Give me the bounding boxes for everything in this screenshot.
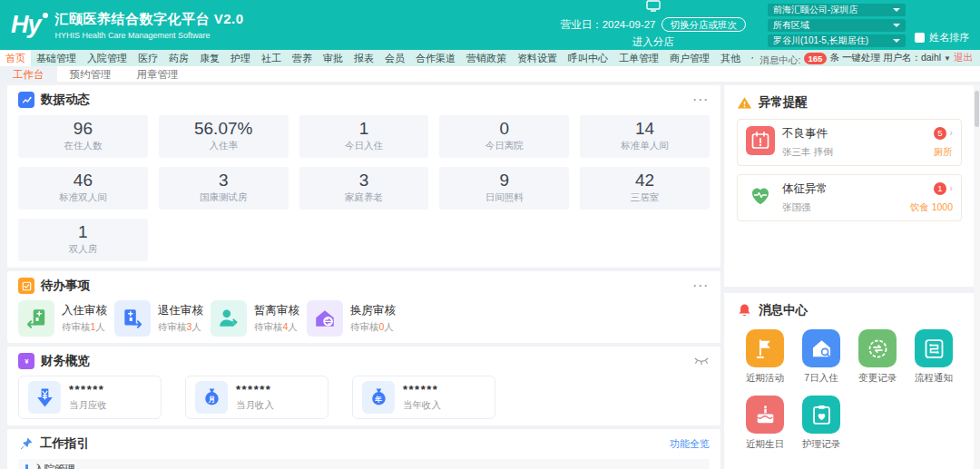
sync-icon (858, 329, 897, 367)
nav-item[interactable]: 商户管理 (664, 50, 715, 66)
subnav-item[interactable]: 用章管理 (124, 66, 191, 82)
stat-card[interactable]: 3国康测试房 (159, 167, 289, 210)
data-stats-more-button[interactable]: ··· (693, 95, 710, 104)
quick-handle-link[interactable]: 一键处理 (842, 52, 880, 64)
todo-item[interactable]: 换房审核待审核0人 (307, 300, 403, 337)
message-shortcut[interactable]: 流程通知 (906, 329, 962, 385)
chevron-down-icon (893, 24, 900, 27)
name-sort-checkbox[interactable] (915, 33, 925, 43)
subnav-item[interactable]: 工作台 (0, 66, 57, 82)
nav-item[interactable]: 药房 (163, 50, 194, 66)
stat-card[interactable]: 3家庭养老 (299, 167, 429, 210)
feature-overview-link[interactable]: 功能全览 (670, 437, 710, 451)
alert-tag: 厕所 (934, 146, 953, 159)
stat-card[interactable]: 14标准单人间 (580, 115, 710, 158)
message-shortcut-label: 7日入住 (793, 372, 849, 385)
stat-card[interactable]: 1双人房 (18, 219, 148, 261)
right-scrollbar[interactable] (974, 85, 980, 469)
todo-item[interactable]: 退住审核待审核3人 (114, 300, 211, 337)
stat-card[interactable]: 46标准双人间 (18, 167, 148, 210)
nav-item[interactable]: 医疗 (132, 50, 163, 66)
guide-group-header: 入院管理 (18, 459, 710, 469)
subnav-item[interactable]: 预约管理 (57, 66, 124, 82)
nav-item[interactable]: 会员 (379, 50, 410, 66)
chevron-right-icon[interactable]: › (949, 127, 953, 138)
nav-item[interactable]: 仓库 (746, 50, 753, 66)
finance-card: ¥ 财务概览 ******当月应收月******当月收入年******当年收入 (7, 347, 720, 425)
todo-item[interactable]: 入住审核待审核1人 (18, 300, 114, 337)
message-shortcut[interactable]: 变更记录 (849, 329, 906, 385)
branch-select[interactable]: 所有区域 (768, 19, 906, 32)
nav-item[interactable]: 首页 (0, 50, 31, 66)
chevron-right-icon[interactable]: › (949, 182, 953, 193)
stat-card[interactable]: 56.07%入住率 (159, 115, 289, 158)
nav-item[interactable]: 基础管理 (31, 50, 82, 66)
scrollbar-thumb[interactable] (975, 91, 979, 127)
stat-card[interactable]: 9日间照料 (439, 167, 569, 210)
message-center-title: 消息中心 (759, 302, 808, 318)
app-subtitle: HYHIS Health Care Management Software (55, 31, 244, 40)
door-in-icon (18, 300, 54, 337)
message-count-badge: 165 (804, 53, 828, 64)
message-center-link[interactable]: 消息中心: (760, 54, 801, 67)
finance-stat-card[interactable]: 年******当年收入 (352, 376, 495, 419)
todo-more-button[interactable]: ··· (693, 281, 710, 290)
alert-card[interactable]: 不良事件张三丰 摔倒5 ›厕所 (737, 119, 962, 166)
branch-select[interactable]: 罗谷川(101-5,长期居住) (768, 34, 906, 47)
nav-item[interactable]: 报表 (348, 50, 379, 66)
message-shortcut[interactable]: 7日入住 (793, 329, 849, 385)
stat-label: 入住率 (159, 140, 289, 152)
finance-label: 当月应收 (69, 399, 107, 412)
person-out-icon (211, 300, 247, 337)
nav-item[interactable]: 营销政策 (461, 50, 512, 66)
app-header: Hy 汇颐医养结合数字化平台 V2.0 HYHIS Health Care Ma… (0, 0, 980, 50)
todo-item-count: 待审核3人 (158, 321, 203, 334)
nav-item[interactable]: 社工 (256, 50, 287, 66)
header-dropdowns: 前海汇颐公司-深圳店所有区域罗谷川(101-5,长期居住) (768, 4, 906, 47)
todo-item-label: 退住审核 (158, 303, 203, 318)
nav-item[interactable]: 其他 (715, 50, 746, 66)
main-content: 数据动态 ··· 96在住人数56.07%入住率1今日入住0今日离院14标准单人… (0, 83, 980, 469)
main-nav-items: 首页基础管理入院管理医疗药房康复护理社工营养审批报表会员合作渠道营销政策资料设置… (0, 50, 753, 66)
nav-item[interactable]: 呼叫中心 (563, 50, 613, 66)
nav-item[interactable]: 合作渠道 (410, 50, 461, 66)
chevron-down-icon (893, 8, 900, 12)
message-shortcut-label: 护理记录 (793, 438, 849, 451)
moneybag-icon: 月 (195, 381, 228, 414)
message-shortcut[interactable]: 近期活动 (737, 329, 793, 385)
finance-row: ******当月应收月******当月收入年******当年收入 (18, 376, 710, 419)
finance-title: 财务概览 (41, 353, 90, 369)
switch-branch-button[interactable]: 切换分店或班次 (662, 17, 747, 32)
stat-card[interactable]: 96在住人数 (18, 115, 148, 158)
monitor-icon (646, 0, 661, 16)
sub-nav: 工作台预约管理用章管理 (0, 66, 980, 83)
message-unit: 条 (829, 52, 839, 64)
finance-stat-card[interactable]: ******当月应收 (18, 376, 162, 419)
stat-card[interactable]: 0今日离院 (439, 115, 569, 158)
message-shortcut[interactable]: 护理记录 (793, 396, 849, 451)
logout-link[interactable]: 退出 (954, 52, 973, 64)
todo-item[interactable]: 暂离审核待审核4人 (211, 300, 307, 337)
stat-label: 双人房 (18, 243, 148, 256)
nav-item[interactable]: 护理 (225, 50, 256, 66)
nav-item[interactable]: 康复 (194, 50, 225, 66)
message-shortcut[interactable]: 近期生日 (737, 396, 793, 451)
nav-item[interactable]: 资料设置 (512, 50, 563, 66)
alert-desc: 张国强 (782, 201, 903, 214)
alert-card[interactable]: 体征异常张国强1 ›饮食 1000 (737, 174, 962, 221)
app-logo: Hy (11, 13, 48, 37)
user-caret-icon[interactable]: ▼ (944, 54, 951, 63)
eye-closed-icon[interactable] (693, 357, 710, 366)
nav-item[interactable]: 营养 (287, 50, 318, 66)
finance-stat-card[interactable]: 月******当月收入 (185, 376, 328, 419)
nav-item[interactable]: 审批 (318, 50, 348, 66)
svg-text:年: 年 (374, 395, 382, 403)
stat-card[interactable]: 1今日入住 (299, 115, 429, 158)
nav-item[interactable]: 入院管理 (82, 50, 132, 66)
business-day-label: 营业日：2024-09-27 (561, 17, 656, 33)
enter-branch-link[interactable]: 进入分店 (561, 34, 746, 50)
branch-select[interactable]: 前海汇颐公司-深圳店 (768, 4, 906, 16)
nav-item[interactable]: 工单管理 (613, 50, 664, 66)
stat-card[interactable]: 42三居室 (580, 167, 710, 210)
alert-title: 不良事件 (782, 126, 926, 142)
